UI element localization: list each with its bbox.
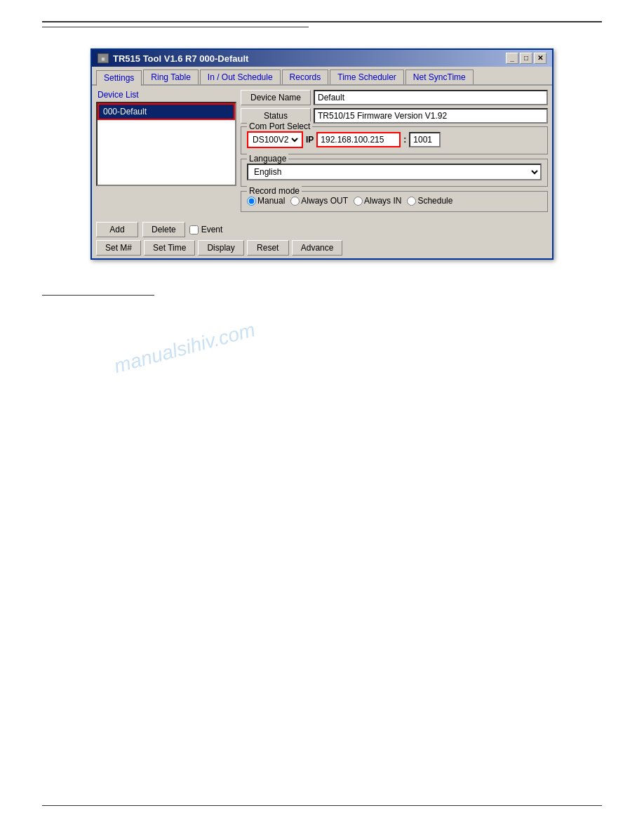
delete-button[interactable]: Delete xyxy=(142,222,185,237)
close-button[interactable]: ✕ xyxy=(534,53,546,64)
record-mode-radio-row: Manual Always OUT Always IN Schedule xyxy=(247,196,542,206)
application-window: ■ TR515 Tool V1.6 R7 000-Default _ □ ✕ S… xyxy=(90,48,554,260)
device-item-000-default[interactable]: 000-Default xyxy=(98,103,235,120)
title-bar: ■ TR515 Tool V1.6 R7 000-Default _ □ ✕ xyxy=(92,50,552,67)
com-port-group: Com Port Select DS100V2 DS100V1 COM1 COM… xyxy=(241,126,548,154)
bottom-row1: Add Delete Event xyxy=(96,222,548,237)
bottom-deco-line xyxy=(42,295,154,296)
title-bar-left: ■ TR515 Tool V1.6 R7 000-Default xyxy=(98,53,248,64)
right-panel: Device Name Default Status TR510/15 Firm… xyxy=(241,90,548,215)
top-line xyxy=(42,21,602,22)
advance-button[interactable]: Advance xyxy=(292,240,343,256)
device-list-label: Device List xyxy=(96,90,236,100)
language-group: Language English Chinese French xyxy=(241,159,548,187)
port-input[interactable] xyxy=(409,132,441,147)
set-time-button[interactable]: Set Time xyxy=(144,240,195,256)
bottom-area: Add Delete Event Set M# Set Time Display… xyxy=(92,219,552,258)
tabs-bar: Settings Ring Table In / Out Schedule Re… xyxy=(92,67,552,86)
record-mode-manual[interactable]: Manual xyxy=(247,196,285,206)
left-panel: Device List 000-Default xyxy=(96,90,236,215)
com-select-wrapper: DS100V2 DS100V1 COM1 COM2 xyxy=(247,131,303,148)
language-group-title: Language xyxy=(247,154,288,164)
com-port-select[interactable]: DS100V2 DS100V1 COM1 COM2 xyxy=(250,134,300,145)
tab-ring-table[interactable]: Ring Table xyxy=(143,70,198,84)
device-name-button[interactable]: Device Name xyxy=(241,90,311,105)
port-separator: : xyxy=(403,135,406,145)
record-mode-always-in[interactable]: Always IN xyxy=(354,196,401,206)
language-select[interactable]: English Chinese French xyxy=(247,164,542,180)
window-title: TR515 Tool V1.6 R7 000-Default xyxy=(113,53,248,64)
device-list-box: 000-Default xyxy=(96,102,236,186)
maximize-button[interactable]: □ xyxy=(520,53,532,64)
ip-input[interactable] xyxy=(316,132,401,147)
tab-records[interactable]: Records xyxy=(282,70,329,84)
tab-net-synctime[interactable]: Net SyncTime xyxy=(405,70,474,84)
status-value: TR510/15 Firmware Version V1.92 xyxy=(314,108,548,124)
record-mode-group: Record mode Manual Always OUT Always IN xyxy=(241,191,548,212)
ip-label: IP xyxy=(306,135,314,145)
reset-button[interactable]: Reset xyxy=(247,240,289,256)
bottom-text-area xyxy=(42,295,602,296)
add-button[interactable]: Add xyxy=(96,222,138,237)
tab-settings[interactable]: Settings xyxy=(96,70,142,86)
sub-line xyxy=(42,27,309,27)
main-content: Device List 000-Default Device Name Defa… xyxy=(92,86,552,219)
record-mode-schedule[interactable]: Schedule xyxy=(407,196,452,206)
event-checkbox[interactable] xyxy=(189,225,199,234)
com-port-row: DS100V2 DS100V1 COM1 COM2 IP : xyxy=(247,131,542,148)
record-mode-group-title: Record mode xyxy=(247,186,302,196)
event-label: Event xyxy=(201,225,223,234)
top-decoration xyxy=(42,21,602,27)
language-select-wrapper: English Chinese French xyxy=(247,164,542,180)
display-button[interactable]: Display xyxy=(198,240,243,256)
title-bar-buttons: _ □ ✕ xyxy=(506,53,546,64)
set-m-button[interactable]: Set M# xyxy=(96,240,141,256)
bottom-row2: Set M# Set Time Display Reset Advance xyxy=(96,240,548,256)
tab-time-scheduler[interactable]: Time Scheduler xyxy=(330,70,404,84)
device-name-row: Device Name Default xyxy=(241,90,548,105)
page-container: ■ TR515 Tool V1.6 R7 000-Default _ □ ✕ S… xyxy=(0,0,644,834)
watermark: manualsihiv.com xyxy=(112,319,257,378)
app-icon: ■ xyxy=(98,53,109,63)
tab-in-out-schedule[interactable]: In / Out Schedule xyxy=(200,70,281,84)
minimize-button[interactable]: _ xyxy=(506,53,518,64)
event-checkbox-label[interactable]: Event xyxy=(189,225,223,234)
com-port-group-title: Com Port Select xyxy=(247,121,312,131)
device-name-value: Default xyxy=(314,90,548,105)
record-mode-always-out[interactable]: Always OUT xyxy=(290,196,348,206)
footer-line xyxy=(42,805,602,806)
